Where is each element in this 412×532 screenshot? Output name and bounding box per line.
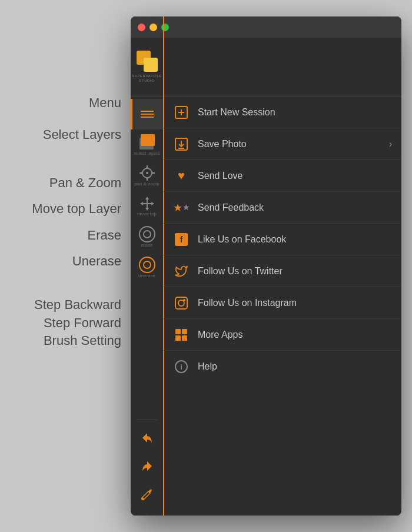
sidebar-label-pan-zoom: pan & zoom: [134, 181, 160, 187]
instagram-icon: [173, 295, 190, 311]
twitter-svg: [175, 265, 188, 278]
title-bar: [131, 16, 401, 38]
tooltip-unerase: Unerase: [0, 254, 128, 269]
send-feedback-icon: ★★: [173, 200, 190, 216]
svg-marker-12: [145, 197, 149, 200]
logo-square-front: [144, 58, 158, 72]
sidebar-divider: [137, 420, 158, 420]
logo-area: SUPERIMPOSE STUDIO: [131, 38, 164, 97]
sidebar-item-brush-setting[interactable]: [131, 480, 164, 508]
star-icon: ★★: [173, 201, 190, 214]
menu-item-instagram[interactable]: Follow Us on Instagram: [164, 287, 401, 319]
menu-item-save-photo-label: Save Photo: [198, 139, 389, 149]
step-forward-icon: [140, 459, 154, 473]
sidebar-item-step-backward[interactable]: [131, 424, 164, 452]
svg-marker-6: [146, 165, 148, 168]
svg-marker-14: [140, 202, 143, 205]
menu-panel-header: [164, 38, 401, 97]
svg-marker-15: [151, 202, 154, 205]
help-circle-icon: i: [175, 360, 188, 373]
more-apps-grid-icon: [175, 329, 187, 341]
more-apps-icon: [173, 327, 190, 343]
sidebar-item-unerase[interactable]: unerase: [131, 252, 164, 282]
sidebar-item-step-forward[interactable]: [131, 452, 164, 480]
unerase-icon: [139, 257, 155, 273]
sidebar-label-select-layers: select layers: [134, 151, 160, 156]
menu-item-send-feedback-label: Send Feedback: [198, 202, 392, 213]
menu-icon: [141, 107, 154, 121]
svg-marker-8: [139, 172, 142, 174]
close-button[interactable]: [138, 24, 145, 31]
facebook-box-icon: f: [175, 233, 188, 246]
menu-item-more-apps[interactable]: More Apps: [164, 319, 401, 351]
move-top-icon: [139, 196, 155, 211]
layer-top: [141, 134, 155, 146]
app-window: SUPERIMPOSE STUDIO select layers: [131, 16, 401, 516]
sidebar-item-move-top[interactable]: move top: [131, 191, 164, 221]
menu-item-help[interactable]: i Help: [164, 351, 401, 383]
logo-text: SUPERIMPOSE STUDIO: [132, 74, 162, 83]
menu-item-new-session[interactable]: Start New Session: [164, 97, 401, 128]
save-photo-chevron: ›: [389, 139, 392, 149]
sidebar: SUPERIMPOSE STUDIO select layers: [131, 38, 164, 516]
app-logo: [137, 51, 158, 72]
menu-item-instagram-label: Follow Us on Instagram: [198, 298, 392, 308]
new-session-icon: [173, 104, 190, 121]
tooltip-labels: Menu Select Layers Pan & Zoom Move top L…: [0, 0, 128, 532]
step-backward-icon: [140, 431, 154, 445]
menu-item-send-love[interactable]: ♥ Send Love: [164, 160, 401, 192]
tooltip-pan-zoom: Pan & Zoom: [0, 175, 128, 191]
menu-item-send-love-label: Send Love: [198, 171, 392, 181]
tooltip-erase: Erase: [0, 228, 128, 243]
svg-marker-9: [152, 172, 155, 174]
pan-zoom-icon: [139, 165, 155, 181]
help-icon: i: [173, 358, 190, 375]
save-photo-icon: [173, 136, 190, 152]
sidebar-item-menu[interactable]: [131, 99, 164, 129]
menu-panel: Start New Session Save Photo ›: [164, 38, 401, 516]
menu-line-3: [141, 117, 154, 118]
menu-line-2: [141, 114, 154, 115]
sidebar-item-select-layers[interactable]: select layers: [131, 129, 164, 160]
sidebar-label-erase: erase: [141, 242, 152, 248]
sidebar-label-move-top: move top: [137, 211, 157, 217]
menu-item-more-apps-label: More Apps: [198, 330, 392, 340]
unerase-inner: [143, 261, 151, 269]
tooltip-brush-setting: Brush Setting: [0, 333, 128, 348]
sidebar-item-erase[interactable]: erase: [131, 221, 164, 252]
menu-items-list: Start New Session Save Photo ›: [164, 97, 401, 516]
menu-line-1: [141, 111, 154, 112]
new-session-svg: [175, 106, 188, 119]
save-photo-svg: [175, 138, 188, 151]
tooltip-select-layers: Select Layers: [0, 127, 128, 142]
menu-item-new-session-label: Start New Session: [198, 107, 392, 118]
svg-marker-7: [146, 178, 148, 181]
menu-item-twitter-label: Follow Us on Twitter: [198, 266, 392, 277]
erase-icon: [139, 226, 155, 242]
sidebar-label-unerase: unerase: [138, 273, 155, 278]
menu-item-twitter[interactable]: Follow Us on Twitter: [164, 255, 401, 287]
brush-setting-icon: [140, 487, 154, 501]
layers-icon: [138, 134, 156, 151]
tooltip-menu: Menu: [0, 95, 128, 111]
facebook-icon: f: [173, 231, 190, 248]
heart-icon: ♥: [178, 169, 185, 182]
twitter-icon: [173, 263, 190, 280]
menu-item-facebook[interactable]: f Like Us on Facebook: [164, 224, 401, 255]
menu-item-facebook-label: Like Us on Facebook: [198, 234, 392, 245]
maximize-button[interactable]: [161, 24, 169, 31]
svg-marker-13: [145, 208, 149, 211]
menu-item-save-photo[interactable]: Save Photo ›: [164, 128, 401, 160]
instagram-box-icon: [175, 297, 188, 310]
minimize-button[interactable]: [149, 24, 157, 31]
tooltip-step-forward: Step Forward: [0, 315, 128, 331]
main-content: SUPERIMPOSE STUDIO select layers: [131, 38, 401, 516]
menu-item-help-label: Help: [198, 361, 392, 372]
svg-point-16: [141, 498, 144, 500]
tooltip-step-backward: Step Backward: [0, 297, 128, 312]
svg-point-1: [146, 172, 148, 174]
menu-item-send-feedback[interactable]: ★★ Send Feedback: [164, 192, 401, 224]
sidebar-item-pan-zoom[interactable]: pan & zoom: [131, 160, 164, 191]
send-love-icon: ♥: [173, 168, 190, 184]
tooltip-move-top: Move top Layer: [0, 201, 128, 217]
